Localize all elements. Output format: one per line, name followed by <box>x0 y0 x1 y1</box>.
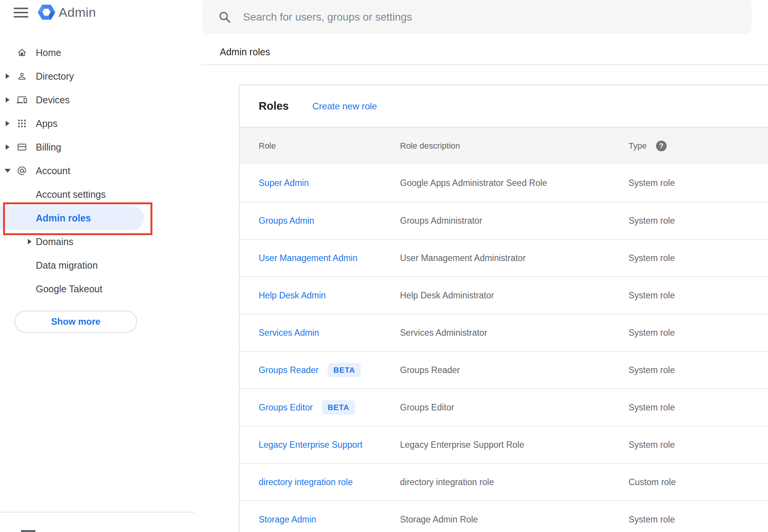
sidebar-item-label: Home <box>36 47 61 58</box>
sidebar-item-label: Google Takeout <box>36 284 102 295</box>
roles-panel: Roles Create new role Role Role descript… <box>239 85 768 532</box>
role-link[interactable]: Storage Admin <box>259 514 316 525</box>
menu-icon[interactable] <box>14 7 28 18</box>
role-type: System role <box>629 365 675 375</box>
table-row: Super Admin Google Apps Administrator Se… <box>240 164 768 202</box>
sidebar-item-admin-roles[interactable]: Admin roles <box>0 206 144 230</box>
role-type: System role <box>629 178 675 188</box>
role-type: Custom role <box>629 477 676 487</box>
sidebar-item-google-takeout[interactable]: Google Takeout <box>0 277 157 301</box>
sidebar-item-directory[interactable]: Directory <box>0 64 157 88</box>
table-row: Legacy Enterprise Support Legacy Enterpr… <box>240 426 768 463</box>
sidebar-item-domains[interactable]: Domains <box>0 230 157 253</box>
admin-console-page: Admin Home Directory Devices Apps Billin… <box>0 0 768 532</box>
table-row: Storage Admin Storage Admin Role System … <box>240 500 768 532</box>
sidebar-item-devices[interactable]: Devices <box>0 88 157 112</box>
sidebar-item-home[interactable]: Home <box>0 41 157 64</box>
sidebar-item-label: Data migration <box>36 260 98 271</box>
role-link[interactable]: Help Desk Admin <box>259 290 326 301</box>
admin-logo-icon <box>37 3 56 21</box>
roles-table-body: Super Admin Google Apps Administrator Se… <box>240 164 768 532</box>
sidebar-item-label: Admin roles <box>36 213 91 224</box>
search-bar[interactable] <box>202 0 752 34</box>
role-link[interactable]: User Management Admin <box>259 253 358 263</box>
sidebar-item-label: Account settings <box>36 189 106 200</box>
sidebar-item-label: Devices <box>36 95 70 106</box>
role-link[interactable]: directory integration role <box>259 477 353 487</box>
sidebar-item-label: Billing <box>36 142 61 153</box>
chevron-right-icon <box>28 239 32 244</box>
role-type: System role <box>629 328 675 338</box>
table-row: Services Admin Services Administrator Sy… <box>240 314 768 351</box>
devices-icon <box>17 95 27 105</box>
table-row: Groups Editor BETA Groups Editor System … <box>240 388 768 426</box>
breadcrumb: Admin roles <box>220 46 270 58</box>
search-icon <box>218 10 232 24</box>
chevron-right-icon <box>6 121 10 126</box>
role-description: Services Administrator <box>400 328 487 338</box>
sidebar-item-label: Domains <box>36 236 74 247</box>
home-icon <box>17 48 27 58</box>
table-row: directory integration role directory int… <box>240 463 768 500</box>
role-description: Help Desk Administrator <box>400 290 494 301</box>
table-row: Help Desk Admin Help Desk Administrator … <box>240 276 768 314</box>
table-row: Groups Admin Groups Administrator System… <box>240 202 768 239</box>
role-type: System role <box>629 216 675 226</box>
partial-bottom-icon <box>21 530 35 532</box>
role-description: Google Apps Administrator Seed Role <box>400 178 547 188</box>
sidebar-item-apps[interactable]: Apps <box>0 112 157 135</box>
column-header-role: Role <box>259 141 276 151</box>
role-link[interactable]: Legacy Enterprise Support <box>259 440 362 450</box>
breadcrumb-divider <box>201 64 768 65</box>
sidebar-item-account-settings[interactable]: Account settings <box>0 183 157 206</box>
role-link[interactable]: Groups Editor <box>259 402 313 413</box>
sidebar-item-label: Directory <box>36 71 74 82</box>
create-new-role-link[interactable]: Create new role <box>312 101 377 112</box>
role-description: Legacy Enterprise Support Role <box>400 440 524 450</box>
brand-title: Admin <box>59 5 96 20</box>
role-link[interactable]: Groups Admin <box>259 216 314 226</box>
role-type: System role <box>629 440 675 450</box>
role-description: Groups Reader <box>400 365 460 375</box>
sidebar-bottom-divider <box>0 512 194 513</box>
help-icon[interactable]: ? <box>656 141 667 151</box>
at-sign-icon <box>17 166 27 176</box>
column-header-description: Role description <box>400 141 460 151</box>
person-icon <box>17 71 27 82</box>
roles-panel-header: Roles Create new role <box>240 85 768 127</box>
role-link[interactable]: Super Admin <box>259 178 309 188</box>
sidebar: Admin Home Directory Devices Apps Billin… <box>0 0 157 532</box>
role-link[interactable]: Services Admin <box>259 328 319 338</box>
panel-title: Roles <box>259 100 289 112</box>
role-type: System role <box>629 290 675 301</box>
show-more-label: Show more <box>51 316 100 327</box>
role-description: directory integration role <box>400 477 494 487</box>
beta-badge: BETA <box>328 363 361 377</box>
sidebar-item-billing[interactable]: Billing <box>0 135 157 159</box>
sidebar-item-data-migration[interactable]: Data migration <box>0 253 157 277</box>
table-header-row: Role Role description Type ? <box>240 127 768 164</box>
role-description: Groups Administrator <box>400 216 482 226</box>
table-row: User Management Admin User Management Ad… <box>240 239 768 276</box>
role-description: Groups Editor <box>400 402 454 413</box>
role-link[interactable]: Groups Reader <box>259 365 318 375</box>
column-header-type: Type ? <box>629 141 667 151</box>
chevron-right-icon <box>6 144 10 150</box>
sidebar-item-label: Account <box>36 165 70 176</box>
role-description: Storage Admin Role <box>400 514 478 525</box>
sidebar-nav: Home Directory Devices Apps Billing Acco… <box>0 41 157 301</box>
role-type: System role <box>629 514 675 525</box>
search-input[interactable] <box>242 11 701 24</box>
role-type: System role <box>629 402 675 413</box>
chevron-right-icon <box>6 74 10 79</box>
chevron-right-icon <box>6 97 10 103</box>
sidebar-item-label: Apps <box>36 118 58 129</box>
show-more-button[interactable]: Show more <box>14 311 137 333</box>
table-row: Groups Reader BETA Groups Reader System … <box>240 351 768 388</box>
credit-card-icon <box>17 142 27 152</box>
beta-badge: BETA <box>322 400 355 415</box>
role-type: System role <box>629 253 675 263</box>
role-description: User Management Administrator <box>400 253 526 263</box>
apps-icon <box>17 119 27 129</box>
sidebar-item-account[interactable]: Account <box>0 159 157 183</box>
